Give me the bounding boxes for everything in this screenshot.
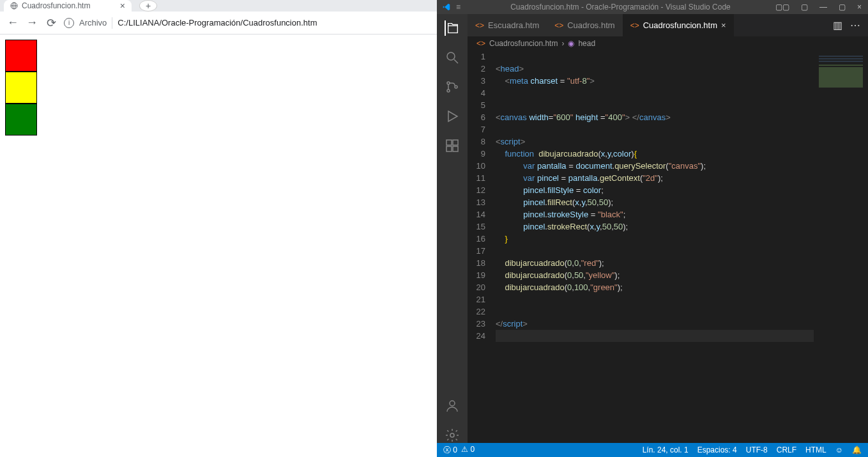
notifications-icon[interactable]: 🔔 xyxy=(852,445,862,454)
browser-viewport xyxy=(0,35,437,457)
svg-line-4 xyxy=(454,59,458,63)
search-icon[interactable] xyxy=(445,50,460,65)
feedback-icon[interactable]: ☺ xyxy=(835,445,843,454)
code-area[interactable]: <head> <meta charset = "utf-8"> <canvas … xyxy=(496,50,814,443)
status-bar: ⓧ 0 ⚠ 0 Lín. 24, col. 1 Espacios: 4 UTF-… xyxy=(437,443,868,457)
chevron-icon: › xyxy=(561,39,564,48)
svg-marker-8 xyxy=(448,111,457,121)
browser-window: Cuadrosfuncion.htm × + ← → ⟳ i Archivo C… xyxy=(0,0,437,457)
canvas-output xyxy=(5,40,432,136)
line-numbers: 123456789101112131415161718192021222324 xyxy=(468,50,496,443)
url-path: C:/LILIANA/Oracle-Programación/Cuadrosfu… xyxy=(118,18,317,27)
breadcrumb-file: Cuadrosfuncion.htm xyxy=(489,39,558,48)
canvas-square xyxy=(5,72,37,104)
svg-rect-10 xyxy=(453,140,458,145)
browser-tab-title: Cuadrosfuncion.htm xyxy=(22,1,90,10)
accounts-icon[interactable] xyxy=(445,398,460,414)
split-editor-icon[interactable]: ▥ xyxy=(833,19,842,31)
layout-icon[interactable]: ▢▢ xyxy=(775,3,789,12)
editor-tab[interactable]: <>Cuadrosfuncion.htm× xyxy=(623,14,734,36)
svg-point-14 xyxy=(450,433,454,437)
editor-tab[interactable]: <>Escuadra.htm xyxy=(468,14,547,36)
minimize-button[interactable]: — xyxy=(819,3,827,12)
back-button[interactable]: ← xyxy=(6,16,19,29)
explorer-icon[interactable] xyxy=(445,20,460,36)
symbol-icon: ◉ xyxy=(568,39,574,48)
maximize-button[interactable]: ▢ xyxy=(839,3,846,12)
html-file-icon: <> xyxy=(554,21,563,30)
source-control-icon[interactable] xyxy=(445,79,460,95)
tab-label: Cuadrosfuncion.htm xyxy=(643,20,717,30)
warnings-indicator[interactable]: ⚠ 0 xyxy=(461,445,475,456)
activity-bar xyxy=(437,14,468,443)
globe-icon xyxy=(10,2,18,10)
vscode-logo-icon xyxy=(442,3,451,12)
reload-button[interactable]: ⟳ xyxy=(45,16,57,30)
editor-tab[interactable]: <>Cuadros.htm xyxy=(547,14,622,36)
status-spaces[interactable]: Espacios: 4 xyxy=(697,445,737,454)
more-icon[interactable]: ⋯ xyxy=(850,19,860,31)
svg-point-3 xyxy=(447,52,455,60)
settings-icon[interactable] xyxy=(445,428,460,443)
svg-rect-9 xyxy=(446,140,452,145)
canvas-square xyxy=(5,104,37,136)
extensions-icon[interactable] xyxy=(445,138,460,153)
new-tab-button[interactable]: + xyxy=(139,0,157,12)
vscode-titlebar: ≡ Cuadrosfuncion.htm - Oracle-Programaci… xyxy=(437,0,868,14)
status-encoding[interactable]: UTF-8 xyxy=(746,445,768,454)
url-prefix: Archivo xyxy=(79,18,107,27)
tab-label: Cuadros.htm xyxy=(567,20,614,30)
minimap[interactable] xyxy=(814,50,868,443)
html-file-icon: <> xyxy=(630,21,639,30)
canvas-square xyxy=(5,40,37,72)
run-debug-icon[interactable] xyxy=(445,109,460,124)
info-icon[interactable]: i xyxy=(64,18,74,28)
close-button[interactable]: × xyxy=(857,3,862,12)
url-bar[interactable]: i Archivo C:/LILIANA/Oracle-Programación… xyxy=(64,17,317,29)
svg-point-7 xyxy=(455,86,457,88)
editor[interactable]: 123456789101112131415161718192021222324 … xyxy=(468,50,868,443)
vscode-title: Cuadrosfuncion.htm - Oracle-Programación… xyxy=(466,3,775,12)
divider xyxy=(112,17,112,29)
tab-label: Escuadra.htm xyxy=(488,20,539,30)
layout-icon[interactable]: ▢ xyxy=(801,3,808,12)
forward-button[interactable]: → xyxy=(26,16,38,29)
browser-toolbar: ← → ⟳ i Archivo C:/LILIANA/Oracle-Progra… xyxy=(0,12,437,35)
breadcrumb-symbol: head xyxy=(578,39,595,48)
errors-indicator[interactable]: ⓧ 0 xyxy=(443,445,457,456)
status-lang[interactable]: HTML xyxy=(805,445,826,454)
status-line-col[interactable]: Lín. 24, col. 1 xyxy=(643,445,689,454)
svg-point-5 xyxy=(447,82,450,84)
menu-button[interactable]: ≡ xyxy=(456,3,461,12)
svg-rect-12 xyxy=(453,146,458,151)
browser-tabstrip: Cuadrosfuncion.htm × + xyxy=(0,0,437,12)
editor-tabs: <>Escuadra.htm<>Cuadros.htm<>Cuadrosfunc… xyxy=(468,14,868,36)
svg-point-6 xyxy=(447,89,450,92)
svg-rect-11 xyxy=(446,146,452,151)
svg-point-13 xyxy=(450,401,455,406)
close-icon[interactable]: × xyxy=(120,1,125,11)
vscode-window: ≡ Cuadrosfuncion.htm - Oracle-Programaci… xyxy=(437,0,868,457)
breadcrumb[interactable]: <> Cuadrosfuncion.htm › ◉ head xyxy=(468,36,868,50)
html-file-icon: <> xyxy=(476,39,485,48)
browser-tab[interactable]: Cuadrosfuncion.htm × xyxy=(4,0,132,12)
status-eol[interactable]: CRLF xyxy=(777,445,796,454)
html-file-icon: <> xyxy=(475,21,484,30)
close-icon[interactable]: × xyxy=(721,20,726,30)
